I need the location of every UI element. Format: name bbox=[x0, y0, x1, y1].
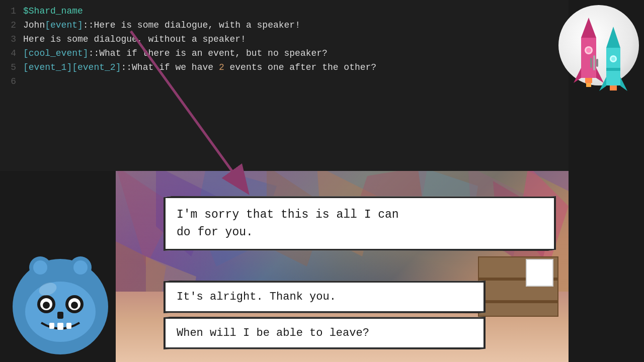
line-number: 2 bbox=[0, 18, 23, 32]
code-line: 1$Shard_name bbox=[0, 4, 569, 18]
svg-point-18 bbox=[33, 260, 47, 275]
svg-marker-33 bbox=[581, 18, 596, 38]
code-token: 2 bbox=[219, 62, 224, 72]
code-content: [cool_event]::What if there is an event,… bbox=[23, 46, 328, 60]
code-token: the bbox=[322, 62, 338, 72]
svg-rect-29 bbox=[57, 323, 63, 330]
dialogue-option-1-text: It's alright. Thank you. bbox=[177, 291, 336, 303]
code-token: [event_2] bbox=[72, 62, 121, 72]
svg-rect-48 bbox=[590, 58, 592, 68]
svg-point-25 bbox=[43, 302, 50, 309]
code-token: What if we have bbox=[132, 62, 219, 72]
code-token: [event_1] bbox=[23, 62, 72, 72]
code-token: is an event, but no speaker? bbox=[170, 48, 328, 58]
line-number: 6 bbox=[0, 74, 23, 88]
svg-rect-39 bbox=[586, 83, 591, 87]
svg-marker-41 bbox=[606, 27, 620, 48]
dialogue-option-1[interactable]: It's alright. Thank you. bbox=[164, 281, 486, 313]
svg-marker-35 bbox=[596, 68, 604, 83]
code-content: [event_1][event_2]::What if we have 2 ev… bbox=[23, 60, 376, 74]
code-token: :: bbox=[89, 48, 100, 58]
code-token: there bbox=[143, 48, 170, 58]
code-token: What if bbox=[99, 48, 142, 58]
code-line: 5[event_1][event_2]::What if we have 2 e… bbox=[0, 60, 569, 74]
code-token: [event] bbox=[45, 20, 83, 30]
svg-marker-43 bbox=[620, 77, 627, 91]
rocket-area bbox=[553, 0, 644, 151]
code-token: without bbox=[148, 34, 186, 44]
pixel-rocket bbox=[556, 3, 641, 143]
svg-rect-28 bbox=[49, 323, 54, 329]
dialogue-option-2[interactable]: When will I be able to leave? bbox=[164, 317, 486, 349]
code-line: 4[cool_event]::What if there is an event… bbox=[0, 46, 569, 60]
svg-rect-40 bbox=[606, 48, 620, 85]
svg-rect-46 bbox=[606, 68, 620, 71]
svg-rect-30 bbox=[66, 323, 71, 329]
svg-rect-27 bbox=[57, 312, 63, 319]
code-content: $Shard_name bbox=[23, 4, 83, 18]
code-token: a speaker! bbox=[186, 34, 246, 44]
svg-point-37 bbox=[586, 48, 591, 53]
svg-rect-50 bbox=[596, 59, 598, 67]
svg-rect-49 bbox=[593, 55, 595, 70]
code-content: Here is some dialogue, without a speaker… bbox=[23, 32, 246, 46]
svg-rect-47 bbox=[610, 85, 617, 90]
code-line: 6 bbox=[0, 74, 569, 88]
line-number: 4 bbox=[0, 46, 23, 60]
code-token: Here is some dialogue, bbox=[94, 20, 218, 30]
game-scene: I'm sorry that this is all I can do for … bbox=[116, 166, 569, 362]
code-editor[interactable]: 1$Shard_name2John[event]::Here is some d… bbox=[0, 0, 569, 171]
code-token: :: bbox=[83, 20, 94, 30]
line-number: 1 bbox=[0, 4, 23, 18]
code-token: events one after bbox=[224, 62, 322, 72]
dialogue-main-box: I'm sorry that this is all I can do for … bbox=[164, 196, 556, 251]
code-line: 2John[event]::Here is some dialogue, wit… bbox=[0, 18, 569, 32]
svg-point-19 bbox=[73, 260, 88, 275]
code-token: other? bbox=[339, 62, 377, 72]
svg-rect-38 bbox=[585, 78, 592, 83]
code-token: with bbox=[219, 20, 240, 30]
svg-marker-34 bbox=[574, 68, 581, 83]
godot-logo bbox=[5, 246, 116, 357]
code-token: a speaker! bbox=[240, 20, 300, 30]
svg-point-26 bbox=[71, 302, 78, 309]
code-token: John bbox=[23, 20, 45, 30]
code-token: [cool_event] bbox=[23, 48, 89, 58]
dialogue-option-2-text: When will I be able to leave? bbox=[177, 327, 369, 339]
white-square-decoration bbox=[526, 259, 553, 287]
line-number: 5 bbox=[0, 60, 23, 74]
line-number: 3 bbox=[0, 32, 23, 46]
code-content: John[event]::Here is some dialogue, with… bbox=[23, 18, 300, 32]
code-line: 3Here is some dialogue, without a speake… bbox=[0, 32, 569, 46]
code-token: :: bbox=[121, 62, 132, 72]
code-token: $Shard_name bbox=[23, 6, 83, 16]
code-token: Here is some dialogue, bbox=[23, 34, 148, 44]
dialogue-main-text: I'm sorry that this is all I can do for … bbox=[177, 208, 399, 239]
svg-point-45 bbox=[611, 57, 615, 61]
